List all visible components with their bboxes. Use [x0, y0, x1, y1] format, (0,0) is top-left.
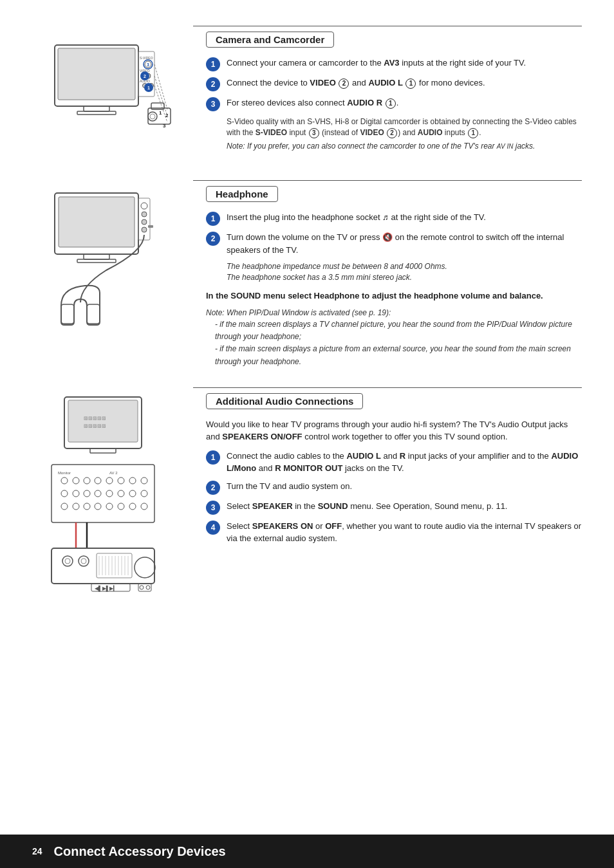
- svg-point-62: [129, 490, 136, 497]
- svg-point-70: [129, 503, 136, 510]
- svg-point-64: [61, 503, 68, 510]
- audio-step-1: 1 Connect the audio cables to the AUDIO …: [206, 450, 582, 475]
- camera-tv-svg: S-VIDEO VIDEO AUDIO 2 1 3: [48, 32, 177, 161]
- svg-rect-41: [68, 400, 138, 442]
- audio-step-4: 4 Select SPEAKERS ON or OFF, whether you…: [206, 520, 582, 545]
- svg-point-55: [141, 477, 147, 484]
- pip-list-item-2: if the main screen displays a picture fr…: [215, 343, 582, 367]
- circle-1b: 1: [386, 98, 396, 109]
- svg-point-52: [106, 477, 113, 484]
- section-audio: ▨▨▨▨▨ ▨▨▨▨▨ Monitor AV 2: [32, 387, 582, 613]
- svg-point-23: [148, 112, 157, 121]
- svg-point-92: [140, 586, 144, 589]
- svg-text:1: 1: [159, 110, 162, 116]
- svg-point-77: [79, 556, 89, 566]
- svg-point-57: [73, 490, 79, 497]
- section-audio-content: Additional Audio Connections Would you l…: [193, 387, 582, 613]
- audio-step-3-num: 3: [206, 501, 220, 515]
- camera-step-2-num: 2: [206, 77, 220, 91]
- circle-2: 2: [339, 78, 349, 89]
- svg-rect-1: [58, 48, 135, 100]
- camera-note: Note: If you prefer, you can also connec…: [206, 141, 582, 152]
- circle-2b: 2: [387, 128, 397, 138]
- pip-list-item-1: if the main screen displays a TV channel…: [215, 319, 582, 343]
- headphone-bold-note: In the SOUND menu select Headphone to ad…: [206, 290, 582, 302]
- svg-point-69: [118, 503, 124, 510]
- svg-point-49: [73, 477, 79, 484]
- camera-extra-note: S-Video quality with an S-VHS, Hi-8 or D…: [206, 116, 582, 138]
- svg-rect-79: [97, 553, 132, 578]
- section-headphone-illustration: [32, 180, 193, 368]
- svg-point-61: [118, 490, 124, 497]
- svg-point-68: [106, 503, 113, 510]
- section-camera: S-VIDEO VIDEO AUDIO 2 1 3: [32, 26, 582, 161]
- svg-point-34: [142, 227, 147, 232]
- camera-diagram: S-VIDEO VIDEO AUDIO 2 1 3: [48, 32, 177, 161]
- svg-text:AV 2: AV 2: [109, 471, 118, 475]
- camera-step-1-num: 1: [206, 57, 220, 71]
- headphone-section-title: Headphone: [206, 186, 278, 202]
- svg-point-60: [106, 490, 113, 497]
- svg-text:2: 2: [144, 74, 146, 78]
- svg-text:◀▌▶▌▶▎: ◀▌▶▌▶▎: [95, 585, 117, 592]
- audio-step-1-num: 1: [206, 450, 220, 465]
- svg-rect-36: [84, 254, 109, 259]
- audio-step-3: 3 Select SPEAKER in the SOUND menu. See …: [206, 500, 582, 515]
- svg-text:▨▨▨▨▨: ▨▨▨▨▨: [84, 416, 106, 420]
- svg-point-59: [95, 490, 101, 497]
- headphone-step-2-num: 2: [206, 232, 220, 246]
- svg-text:S-VIDEO: S-VIDEO: [140, 56, 153, 60]
- section-headphone: Headphone 1 Insert the plug into the hea…: [32, 180, 582, 368]
- audio-step-4-text: Select SPEAKERS ON or OFF, whether you w…: [227, 520, 582, 545]
- headphone-pip-note: Note: When PIP/Dual Window is activated …: [206, 307, 582, 319]
- svg-text:Monitor: Monitor: [58, 471, 71, 475]
- svg-point-65: [73, 503, 79, 510]
- section-headphone-content: Headphone 1 Insert the plug into the hea…: [193, 180, 582, 368]
- svg-rect-35: [148, 225, 153, 228]
- audio-section-title: Additional Audio Connections: [206, 393, 363, 409]
- svg-rect-29: [59, 197, 135, 247]
- section-camera-illustration: S-VIDEO VIDEO AUDIO 2 1 3: [32, 26, 193, 161]
- svg-text:2: 2: [165, 113, 169, 118]
- svg-point-90: [135, 557, 155, 578]
- headphone-step-1: 1 Insert the plug into the headphone soc…: [206, 211, 582, 226]
- camera-step-1-text: Connect your camera or camcorder to the …: [227, 57, 582, 69]
- page-number: 24: [32, 846, 42, 856]
- audio-step-2: 2 Turn the TV and audio system on.: [206, 480, 582, 495]
- svg-point-66: [84, 503, 90, 510]
- svg-text:1: 1: [147, 86, 150, 90]
- camera-step-3: 3 For stereo devices also connect AUDIO …: [206, 97, 582, 111]
- svg-point-76: [65, 559, 70, 564]
- svg-rect-91: [138, 584, 151, 591]
- headphone-step-1-num: 1: [206, 212, 220, 226]
- svg-rect-37: [77, 259, 116, 263]
- headphone-impedance-note: The headphone impedance must be between …: [206, 261, 582, 283]
- svg-rect-42: [90, 448, 116, 453]
- headphone-step-2: 2 Turn down the volume on the TV or pres…: [206, 231, 582, 256]
- audio-intro: Would you like to hear TV programs throu…: [206, 418, 582, 443]
- svg-text:3: 3: [147, 62, 149, 67]
- audio-diagram: ▨▨▨▨▨ ▨▨▨▨▨ Monitor AV 2: [45, 394, 180, 613]
- svg-text:▨▨▨▨▨: ▨▨▨▨▨: [84, 423, 106, 428]
- headphone-step-2-text: Turn down the volume on the TV or press …: [227, 231, 582, 256]
- headphone-step-1-text: Insert the plug into the headphone socke…: [227, 211, 582, 224]
- svg-point-75: [62, 556, 73, 566]
- circle-1c: 1: [468, 128, 478, 138]
- audio-svg: ▨▨▨▨▨ ▨▨▨▨▨ Monitor AV 2: [45, 394, 180, 613]
- camera-step-2: 2 Connect the device to VIDEO 2 and AUDI…: [206, 77, 582, 91]
- bottom-bar: 24 Connect Accessory Devices: [0, 835, 614, 868]
- svg-point-31: [141, 203, 147, 209]
- page-title: Connect Accessory Devices: [54, 844, 226, 859]
- camera-section-title: Camera and Camcorder: [206, 32, 334, 48]
- svg-point-48: [61, 477, 68, 484]
- circle-3: 3: [309, 128, 319, 138]
- svg-point-58: [84, 490, 90, 497]
- audio-step-4-num: 4: [206, 521, 220, 535]
- svg-point-24: [150, 114, 155, 119]
- camera-step-3-num: 3: [206, 97, 220, 111]
- svg-point-71: [141, 503, 147, 510]
- circle-1a: 1: [405, 78, 416, 89]
- svg-point-33: [142, 219, 147, 225]
- camera-step-1: 1 Connect your camera or camcorder to th…: [206, 57, 582, 71]
- headphone-diagram: [48, 187, 177, 341]
